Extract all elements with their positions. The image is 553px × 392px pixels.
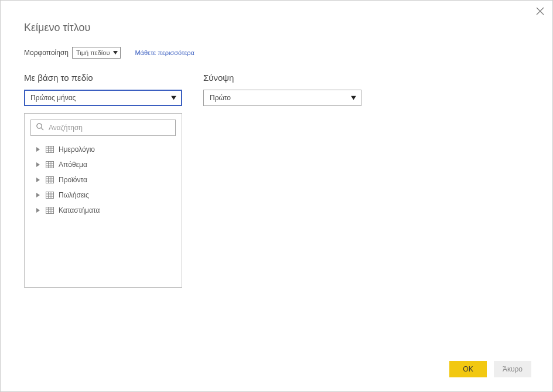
svg-marker-12 (36, 162, 40, 167)
field-column: Με βάση το πεδίο Πρώτος μήνας (24, 73, 182, 288)
search-input[interactable] (49, 124, 170, 132)
chevron-right-icon (35, 147, 41, 152)
svg-marker-2 (113, 51, 118, 54)
learn-more-link[interactable]: Μάθετε περισσότερα (135, 49, 194, 56)
chevron-right-icon (35, 162, 41, 167)
svg-marker-30 (36, 208, 40, 213)
search-box[interactable] (30, 120, 176, 136)
svg-marker-24 (36, 193, 40, 197)
summary-select[interactable]: Πρώτο (203, 90, 361, 106)
chevron-right-icon (35, 178, 41, 182)
svg-rect-31 (46, 207, 54, 214)
svg-rect-25 (46, 192, 54, 199)
dialog-footer: OK Άκυρο (449, 361, 531, 377)
chevron-right-icon (35, 193, 41, 197)
tree-item-label: Ημερολόγιο (59, 145, 95, 154)
chevron-down-icon (171, 96, 176, 100)
close-button[interactable] (536, 6, 544, 17)
svg-rect-19 (46, 177, 54, 183)
tree-item-label: Πωλήσεις (59, 191, 89, 199)
chevron-right-icon (35, 208, 41, 213)
summary-column: Σύνοψη Πρώτο (203, 73, 361, 288)
ok-button[interactable]: OK (449, 361, 487, 377)
svg-rect-7 (46, 146, 54, 153)
tree-item-label: Καταστήματα (59, 206, 100, 214)
table-icon (46, 161, 54, 168)
format-label: Μορφοποίηση (24, 49, 69, 57)
svg-marker-6 (36, 147, 40, 152)
format-select-value: Τιμή πεδίου (76, 49, 110, 56)
table-icon (46, 176, 54, 183)
svg-marker-36 (351, 96, 356, 100)
field-dropdown-panel: Ημερολόγιο Απόθεμα Προϊόντα Πωλήσεις (24, 113, 182, 288)
svg-marker-18 (36, 178, 40, 182)
field-select-value: Πρώτος μήνας (30, 94, 76, 102)
tree-item[interactable]: Πωλήσεις (33, 188, 182, 203)
cancel-button[interactable]: Άκυρο (494, 361, 531, 377)
table-icon (46, 207, 54, 214)
chevron-down-icon (351, 96, 356, 100)
close-icon (536, 6, 544, 18)
svg-marker-3 (171, 96, 176, 100)
tree-item[interactable]: Καταστήματα (33, 203, 182, 218)
dialog-title: Κείμενο τίτλου (1, 1, 552, 34)
svg-point-4 (37, 124, 42, 128)
svg-rect-13 (46, 162, 54, 168)
search-icon (36, 122, 44, 133)
summary-section-label: Σύνοψη (203, 73, 361, 83)
table-icon (46, 192, 54, 199)
format-select[interactable]: Τιμή πεδίου (72, 47, 121, 59)
svg-line-5 (41, 128, 43, 130)
field-section-label: Με βάση το πεδίο (24, 73, 182, 83)
chevron-down-icon (113, 51, 118, 54)
tree-item[interactable]: Προϊόντα (33, 172, 182, 188)
table-icon (46, 146, 54, 153)
tree-item-label: Απόθεμα (59, 161, 87, 169)
format-row: Μορφοποίηση Τιμή πεδίου Μάθετε περισσότε… (1, 34, 552, 59)
tree-item[interactable]: Ημερολόγιο (33, 142, 182, 157)
tables-tree: Ημερολόγιο Απόθεμα Προϊόντα Πωλήσεις (25, 139, 182, 218)
field-select[interactable]: Πρώτος μήνας (24, 90, 182, 106)
tree-item[interactable]: Απόθεμα (33, 157, 182, 172)
tree-item-label: Προϊόντα (59, 176, 87, 184)
summary-select-value: Πρώτο (210, 94, 231, 102)
